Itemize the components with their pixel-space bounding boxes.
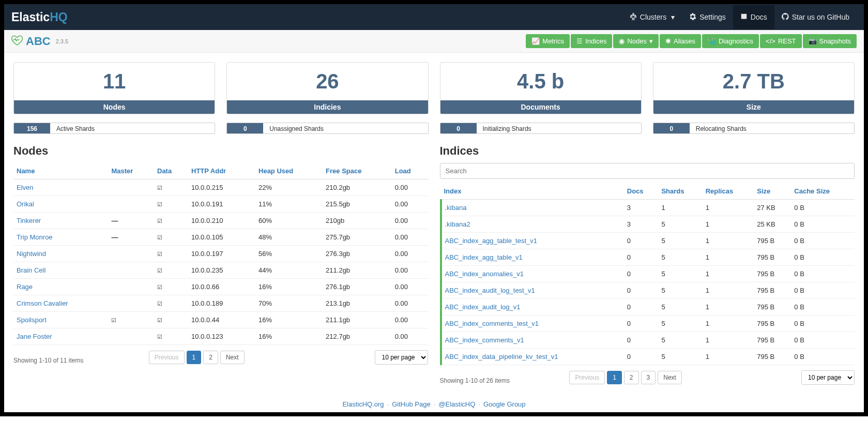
indices-col-header[interactable]: Docs [624,183,659,200]
nav-settings[interactable]: Settings [682,5,733,29]
node-name-link[interactable]: Spoilsport [17,316,47,324]
nodes-page-button[interactable]: 2 [203,351,218,364]
nodes-col-header[interactable]: Load [392,163,429,179]
nodes-page-button[interactable]: 1 [187,351,202,364]
index-name-link[interactable]: ABC_index_anomalies_v1 [445,270,524,278]
node-name-link[interactable]: Rage [17,283,33,291]
nav-star-github[interactable]: Star us on GitHub [774,5,857,29]
index-name-link[interactable]: .kibana2 [445,220,470,228]
brand-logo[interactable]: ElasticHQ [11,10,68,24]
tab-diagnostics[interactable]: 🩺Diagnostics [702,34,759,48]
indices-col-header[interactable]: Cache Size [791,183,855,200]
tab-nodes[interactable]: ◉Nodes▾ [613,34,659,48]
shard-label: Relocating Shards [690,123,753,133]
indices-col-header[interactable]: Index [441,183,624,200]
nav-settings-label: Settings [699,13,726,21]
node-name-link[interactable]: Trip Monroe [17,233,53,241]
footer-link[interactable]: GitHub Page [392,400,430,408]
sitemap-icon [630,13,637,21]
check-icon: ☑ [157,234,162,240]
footer-link[interactable]: @ElasticHQ [438,400,475,408]
index-name-link[interactable]: ABC_index_data_pipeline_kv_test_v1 [445,353,558,360]
subheader: ABC 2.3.5 📈Metrics ☰Indices ◉Nodes▾ ✱Ali… [4,30,864,53]
shard-value: 0 [653,123,690,133]
list-icon: ☰ [576,37,583,45]
indices-per-page[interactable]: 10 per page [801,370,855,385]
shard-box-0: 156 Active Shards [13,123,215,134]
nodes-row: Spoilsport ☑ ☑ 10.0.0.44 16% 211.1gb 0.0… [13,312,429,328]
check-icon: ☑ [157,267,162,274]
indices-col-header[interactable]: Replicas [703,183,754,200]
index-name-link[interactable]: ABC_index_audit_log_v1 [445,303,521,311]
node-name-link[interactable]: Nightwind [17,250,46,258]
nodes-col-header[interactable]: Data [154,163,188,179]
indices-pager: Previous123Next [569,371,681,384]
caret-down-icon: ▾ [649,37,653,45]
tab-aliases[interactable]: ✱Aliases [660,34,701,48]
stat-card-label: Documents [440,100,641,114]
node-name-link[interactable]: Brain Cell [17,266,45,274]
brand-text-a: Elastic [11,10,50,24]
indices-prev-button[interactable]: Previous [569,371,605,384]
nodes-per-page[interactable]: 10 per page [375,350,428,365]
indices-page-button[interactable]: 1 [607,371,622,384]
node-name-link[interactable]: Jane Foster [17,333,52,340]
indices-next-button[interactable]: Next [658,371,682,384]
camera-icon: 📷 [809,37,817,45]
nodes-table: NameMasterDataHTTP AddrHeap UsedFree Spa… [13,163,429,345]
nav-docs[interactable]: Docs [733,5,774,29]
tab-snapshots[interactable]: 📷Snapshots [803,34,857,48]
node-name-link[interactable]: Orikal [17,200,34,208]
nodes-col-header[interactable]: Free Space [323,163,392,179]
nodes-col-header[interactable]: HTTP Addr [188,163,255,179]
index-name-link[interactable]: ABC_index_comments_test_v1 [445,320,539,327]
nodes-showing: Showing 1-10 of 11 items [13,357,83,364]
indices-row: ABC_index_comments_v1 0 5 1 795 B 0 B [441,332,855,349]
indices-row: .kibana2 3 5 1 25 KB 0 B [441,216,855,233]
tab-metrics[interactable]: 📈Metrics [526,34,570,48]
indices-page-button[interactable]: 3 [641,371,656,384]
node-name-link[interactable]: Tinkerer [17,217,41,224]
shard-value: 0 [227,123,263,133]
shard-box-2: 0 Initializing Shards [440,123,642,134]
shard-box-1: 0 Unassigned Shards [226,123,428,134]
cluster-name[interactable]: ABC 2.3.5 [11,35,68,48]
nodes-prev-button[interactable]: Previous [149,351,185,364]
book-icon [740,13,748,21]
index-name-link[interactable]: ABC_index_audit_log_test_v1 [445,287,535,294]
nodes-col-header[interactable]: Master [108,163,154,179]
code-icon: </> [766,37,775,45]
indices-row: ABC_index_data_pipeline_kv_test_v1 0 5 1… [441,349,855,365]
footer-link[interactable]: ElasticHQ.org [342,400,384,408]
shard-value: 156 [14,123,50,133]
nodes-col-header[interactable]: Name [13,163,108,179]
nodes-next-button[interactable]: Next [220,351,245,364]
nodes-row: Trip Monroe — ☑ 10.0.0.105 48% 275.7gb 0… [13,229,429,246]
cluster-name-text: ABC [26,35,51,48]
node-name-link[interactable]: Elven [17,184,34,191]
indices-heading: Indices [440,144,855,158]
tab-rest[interactable]: </>REST [760,34,801,48]
indices-row: ABC_index_comments_test_v1 0 5 1 795 B 0… [441,315,855,332]
stat-card-1: 26 Indicies [226,62,428,114]
nodes-col-header[interactable]: Heap Used [255,163,323,179]
node-name-link[interactable]: Crimson Cavalier [17,299,68,307]
indices-row: ABC_index_agg_table_test_v1 0 5 1 795 B … [441,233,855,249]
index-name-link[interactable]: .kibana [445,204,467,212]
shard-label: Initializing Shards [477,123,538,133]
indices-search-input[interactable] [440,163,855,179]
indices-column: Indices IndexDocsShardsReplicasSizeCache… [440,144,855,385]
stat-card-2: 4.5 b Documents [440,62,642,114]
index-name-link[interactable]: ABC_index_agg_table_v1 [445,253,523,261]
indices-col-header[interactable]: Size [754,183,791,200]
indices-page-button[interactable]: 2 [624,371,639,384]
stat-card-label: Nodes [14,100,215,114]
indices-col-header[interactable]: Shards [658,183,702,200]
index-name-link[interactable]: ABC_index_agg_table_test_v1 [445,237,538,245]
stat-card-label: Indicies [227,100,428,114]
footer-link[interactable]: Google Group [483,400,526,408]
indices-table: IndexDocsShardsReplicasSizeCache Size .k… [440,183,855,365]
index-name-link[interactable]: ABC_index_comments_v1 [445,336,524,344]
nav-clusters[interactable]: Clusters ▾ [622,5,682,29]
tab-indices[interactable]: ☰Indices [571,34,612,48]
